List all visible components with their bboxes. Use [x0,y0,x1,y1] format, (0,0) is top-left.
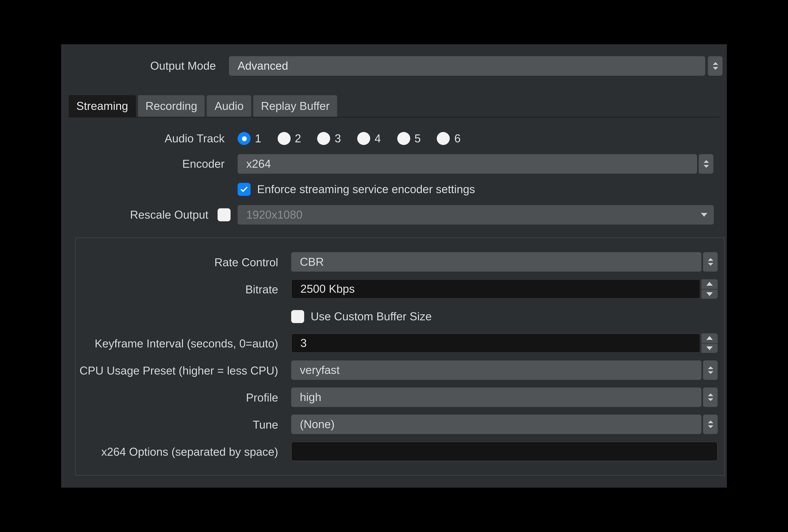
audio-track-1-label: 1 [255,132,261,145]
custom-buffer-checkbox[interactable] [291,310,304,323]
tab-recording[interactable]: Recording [138,95,205,117]
rescale-output-checkbox[interactable] [217,209,231,221]
audio-track-1[interactable]: 1 [238,132,261,145]
audio-track-6[interactable]: 6 [437,132,461,145]
tune-label: Tune [76,418,285,431]
radio-icon [437,132,450,145]
check-icon [240,185,249,194]
chevron-up-icon [706,336,713,340]
audio-track-6-label: 6 [454,132,461,145]
radio-icon [238,132,251,145]
radio-icon [397,132,410,145]
keyframe-down-button[interactable] [702,343,718,353]
profile-value: high [300,391,321,404]
audio-track-5[interactable]: 5 [397,132,421,145]
tune-select[interactable]: (None) [291,415,702,434]
x264-options-input[interactable] [291,442,718,461]
profile-stepper-icon[interactable] [703,388,718,407]
chevron-down-icon [706,346,713,350]
radio-icon [317,132,330,145]
keyframe-up-button[interactable] [702,333,718,343]
profile-select[interactable]: high [291,388,702,407]
chevron-up-icon [706,282,713,286]
keyframe-input[interactable]: 3 [291,333,701,353]
audio-track-4[interactable]: 4 [357,132,381,145]
audio-track-3[interactable]: 3 [317,132,341,145]
audio-track-2[interactable]: 2 [278,132,301,145]
radio-icon [357,132,370,145]
chevron-down-icon [706,292,713,296]
tune-stepper-icon[interactable] [703,415,718,434]
audio-track-4-label: 4 [375,132,381,145]
encoder-stepper-icon[interactable] [698,154,713,174]
keyframe-label: Keyframe Interval (seconds, 0=auto) [76,337,285,350]
enforce-checkbox[interactable] [238,183,251,196]
custom-buffer-label: Use Custom Buffer Size [311,310,432,323]
output-mode-row: Output Mode Advanced [61,56,727,76]
output-mode-select[interactable]: Advanced [229,56,705,76]
rescale-output-label: Rescale Output [61,209,215,221]
encoder-settings-group: Rate Control CBR Bitrate 2500 Kbps [75,238,725,476]
tab-audio[interactable]: Audio [207,95,251,117]
cpu-preset-label: CPU Usage Preset (higher = less CPU) [76,364,285,377]
bitrate-up-button[interactable] [702,279,718,290]
bitrate-label: Bitrate [76,283,285,296]
cpu-preset-select[interactable]: veryfast [291,360,702,380]
tune-value: (None) [300,418,334,431]
profile-label: Profile [76,391,285,404]
output-mode-stepper-icon[interactable] [708,56,723,76]
bitrate-input[interactable]: 2500 Kbps [291,279,701,299]
output-mode-value: Advanced [238,59,288,72]
audio-track-5-label: 5 [414,132,421,145]
rate-control-label: Rate Control [76,256,285,269]
audio-track-2-label: 2 [295,132,301,145]
encoder-select[interactable]: x264 [238,154,697,174]
tab-streaming[interactable]: Streaming [69,95,136,117]
encoder-value: x264 [246,157,271,171]
rate-control-stepper-icon[interactable] [703,252,718,272]
audio-track-3-label: 3 [335,132,341,145]
rate-control-select[interactable]: CBR [291,252,702,272]
bitrate-value: 2500 Kbps [300,282,355,295]
rescale-output-value: 1920x1080 [246,209,302,221]
output-settings-panel: Output Mode Advanced Streaming Recording… [61,44,727,488]
rate-control-value: CBR [300,256,324,269]
chevron-down-icon [701,213,707,217]
cpu-preset-value: veryfast [300,363,340,377]
tab-replay-buffer[interactable]: Replay Buffer [253,95,337,117]
audio-track-label: Audio Track [61,132,231,145]
enforce-label: Enforce streaming service encoder settin… [257,183,475,196]
bitrate-down-button[interactable] [702,289,718,299]
bitrate-spinner[interactable] [702,279,718,299]
keyframe-spinner[interactable] [702,333,718,353]
tabs-divider [69,117,720,117]
radio-icon [278,132,291,145]
keyframe-value: 3 [300,337,307,350]
output-mode-label: Output Mode [61,59,222,72]
cpu-preset-stepper-icon[interactable] [703,360,718,380]
output-tabs: Streaming Recording Audio Replay Buffer [69,95,337,117]
x264-options-label: x264 Options (separated by space) [76,445,285,458]
rescale-output-select[interactable]: 1920x1080 [238,205,714,224]
encoder-label: Encoder [61,157,231,171]
audio-track-radios: 1 2 3 4 5 6 [238,132,461,145]
